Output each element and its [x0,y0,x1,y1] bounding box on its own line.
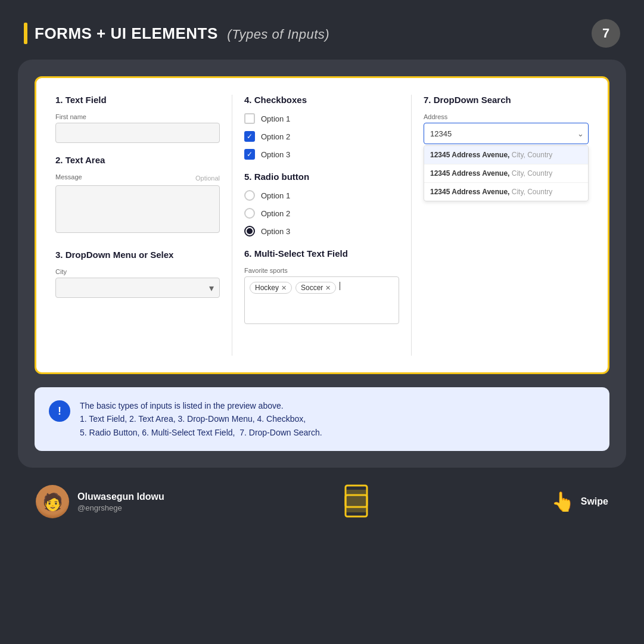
result-light-1: City, Country [512,151,552,159]
checkbox-option-1[interactable]: Option 1 [244,113,399,124]
svg-rect-1 [346,490,367,512]
first-name-label: First name [55,113,220,120]
radio-circle-2[interactable] [244,208,255,219]
checkboxes-title: 4. Checkboxes [244,95,399,105]
avatar: 🧑 [36,485,69,518]
checkbox-box-3[interactable]: ✓ [244,149,255,160]
result-bold-1: 12345 Address Avenue, [430,151,509,159]
message-textarea[interactable] [55,185,220,233]
dropdown-results-list: 12345 Address Avenue, City, Country 1234… [424,145,589,201]
tag-soccer-remove[interactable]: ✕ [325,284,331,292]
text-area-title: 2. Text Area [55,155,220,165]
checkboxes-section: 4. Checkboxes Option 1 ✓ Option 2 ✓ Opti… [244,95,399,160]
result-bold-2: 12345 Address Avenue, [430,169,509,178]
swipe-section: 👆 Swipe [551,490,608,513]
radio-circle-3[interactable] [244,226,255,237]
title-text: FORMS + UI ELEMENTS [35,24,218,42]
city-label: City [55,268,220,275]
dropdown-search-input[interactable] [424,123,589,144]
checkbox-option-2[interactable]: ✓ Option 2 [244,131,399,142]
subtitle-text: (Types of Inputs) [227,27,329,42]
radio-option-1[interactable]: Option 1 [244,190,399,201]
page-number-badge: 7 [592,19,620,48]
tag-hockey[interactable]: Hockey ✕ [250,282,292,294]
radio-title: 5. Radio button [244,172,399,182]
tag-hockey-label: Hockey [255,284,279,292]
brand-logo [341,484,374,519]
dropdown-search-title: 7. DropDown Search [424,95,589,105]
page-title: FORMS + UI ELEMENTS (Types of Inputs) [35,24,329,43]
city-select-wrapper [55,278,220,298]
inner-form-card: 1. Text Field First name 2. Text Area Me… [35,76,609,374]
dropdown-section: 3. DropDown Menu or Selex City [55,250,220,298]
outer-card: 1. Text Field First name 2. Text Area Me… [18,60,626,468]
radio-option-3[interactable]: Option 3 [244,226,399,237]
form-column-2: 4. Checkboxes Option 1 ✓ Option 2 ✓ Opti… [232,95,412,356]
form-column-3: 7. DropDown Search Address ⌄ 12345 Addre… [412,95,591,356]
multi-select-title: 6. Multi-Select Text Field [244,248,399,259]
radio-circle-1[interactable] [244,190,255,201]
logo-svg [341,484,374,519]
radio-section: 5. Radio button Option 1 Option 2 Option… [244,172,399,237]
favorite-sports-label: Favorite sports [244,267,399,274]
checkbox-label-1: Option 1 [261,114,290,123]
radio-label-3: Option 3 [261,227,290,236]
checkbox-label-3: Option 3 [261,150,290,159]
info-icon: ! [49,400,70,422]
radio-label-2: Option 2 [261,209,290,218]
checkbox-label-2: Option 2 [261,132,290,141]
result-light-3: City, Country [512,188,552,196]
form-column-1: 1. Text Field First name 2. Text Area Me… [53,95,232,356]
dropdown-search-section: 7. DropDown Search Address ⌄ 12345 Addre… [424,95,589,201]
author-name: Oluwasegun Idowu [77,491,164,502]
result-light-2: City, Country [512,169,552,178]
author-info: Oluwasegun Idowu @engrshege [77,491,164,512]
radio-label-1: Option 1 [261,191,290,200]
page-footer: 🧑 Oluwasegun Idowu @engrshege 👆 Swipe [0,468,644,519]
message-label: Message [55,173,82,181]
radio-option-2[interactable]: Option 2 [244,208,399,219]
text-cursor [340,282,340,290]
info-text: The basic types of inputs is listed in t… [80,399,322,439]
dropdown-result-1[interactable]: 12345 Address Avenue, City, Country [424,146,588,164]
page-header: FORMS + UI ELEMENTS (Types of Inputs) 7 [0,0,644,60]
checkbox-box-1[interactable] [244,113,255,124]
author-handle: @engrshege [77,503,164,512]
tag-soccer-label: Soccer [301,284,323,292]
dropdown-result-2[interactable]: 12345 Address Avenue, City, Country [424,164,588,183]
dropdown-search-wrapper: ⌄ [424,123,589,144]
header-left: FORMS + UI ELEMENTS (Types of Inputs) [24,23,329,44]
swipe-label: Swipe [581,496,608,507]
dropdown-title: 3. DropDown Menu or Selex [55,250,220,260]
tag-hockey-remove[interactable]: ✕ [281,284,287,292]
result-bold-3: 12345 Address Avenue, [430,188,509,196]
yellow-accent-bar [24,23,27,44]
text-field-title: 1. Text Field [55,95,220,105]
dropdown-result-3[interactable]: 12345 Address Avenue, City, Country [424,183,588,201]
checkbox-option-3[interactable]: ✓ Option 3 [244,149,399,160]
textarea-label-row: Message Optional [55,173,220,183]
checkbox-box-2[interactable]: ✓ [244,131,255,142]
multi-select-section: 6. Multi-Select Text Field Favorite spor… [244,248,399,324]
first-name-input[interactable] [55,123,220,143]
swipe-hand-icon: 👆 [551,490,575,513]
tag-soccer[interactable]: Soccer ✕ [295,282,336,294]
author-section: 🧑 Oluwasegun Idowu @engrshege [36,485,164,518]
avatar-face: 🧑 [36,485,69,518]
text-area-section: 2. Text Area Message Optional [55,155,220,235]
multi-select-box[interactable]: Hockey ✕ Soccer ✕ [244,276,399,324]
info-box: ! The basic types of inputs is listed in… [35,387,609,451]
text-field-section: 1. Text Field First name [55,95,220,143]
optional-label: Optional [195,175,220,182]
chevron-down-icon: ⌄ [577,129,584,138]
address-label: Address [424,113,589,120]
city-select[interactable] [55,278,220,298]
